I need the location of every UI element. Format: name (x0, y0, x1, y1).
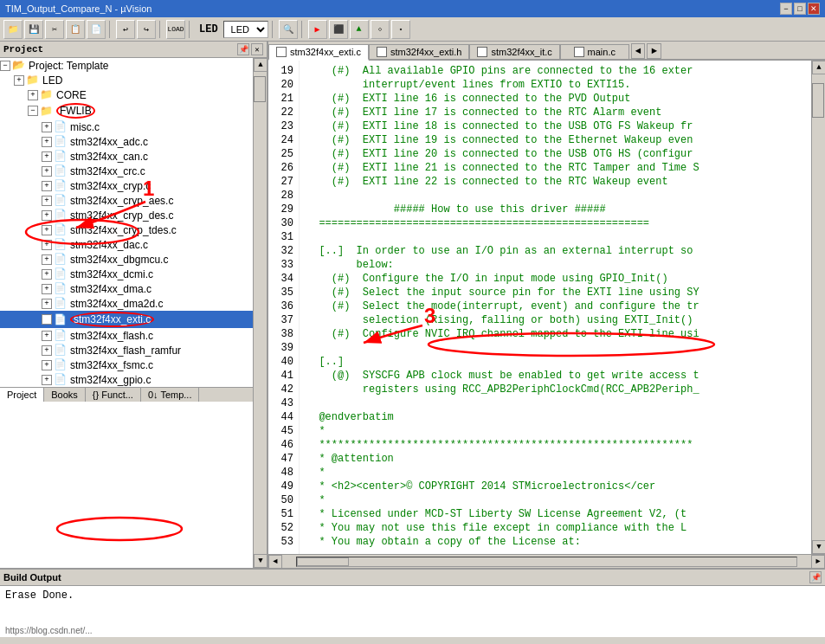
horiz-scroll-left[interactable]: ◄ (268, 555, 282, 569)
toolbar-btn-1[interactable]: 📁 (3, 20, 23, 39)
line-num-20: 20 (272, 78, 293, 92)
tree-label-misc: misc.c (70, 121, 100, 133)
editor-scroll-up[interactable]: ▲ (812, 61, 825, 74)
toolbar-btn-5[interactable]: 📄 (87, 20, 106, 39)
tree-item-core[interactable]: +📁CORE (0, 87, 253, 102)
tab-nav-left[interactable]: ◄ (631, 43, 646, 59)
close-button[interactable]: ✕ (808, 3, 820, 15)
tree-expand-can[interactable]: + (42, 151, 52, 162)
tree-item-cryp[interactable]: +📄stm32f4xx_cryp.c (0, 178, 253, 193)
sep1 (109, 21, 113, 38)
tree-expand-dma2d[interactable]: + (42, 299, 52, 309)
tree-label-cryp_aes: stm32f4xx_cryp_aes.c (70, 195, 173, 207)
tab-exti-h[interactable]: stm32f4xx_exti.h (369, 44, 470, 59)
tree-item-adc[interactable]: +📄stm32f4xx_adc.c (0, 134, 253, 149)
target-dropdown[interactable]: LED (223, 21, 268, 38)
tree-item-dcmi[interactable]: +📄stm32f4xx_dcmi.c (0, 267, 253, 281)
editor-horiz-scroll[interactable]: ◄ ► (268, 554, 825, 568)
file-icon-dma: 📄 (54, 282, 67, 295)
tab-books[interactable]: Books (44, 388, 86, 402)
scroll-up-arrow[interactable]: ▲ (254, 58, 267, 72)
tree-item-fsmc[interactable]: +📄stm32f4xx_fsmc.c (0, 357, 253, 372)
editor-scroll-down[interactable]: ▼ (812, 540, 825, 554)
tree-expand-root[interactable]: − (0, 61, 10, 71)
tree-expand-core[interactable]: + (28, 90, 38, 100)
minimize-button[interactable]: − (780, 3, 792, 15)
tree-item-fwlib[interactable]: −📁FWLIB (0, 102, 253, 119)
horiz-scroll-right[interactable]: ► (811, 555, 825, 569)
tree-item-cryp_des[interactable]: +📄stm32f4xx_cryp_des.c (0, 208, 253, 222)
toolbar-btn-13[interactable]: ⬦ (371, 20, 390, 39)
tree-item-root[interactable]: −📂Project: Template (0, 58, 253, 73)
tree-expand-dma[interactable]: + (42, 284, 52, 294)
tab-exti-c[interactable]: stm32f4xx_exti.c (268, 44, 369, 61)
tree-expand-misc[interactable]: + (42, 122, 52, 132)
project-panel-inner: −📂Project: Template+📁LED+📁CORE−📁FWLIB+📄m… (0, 58, 267, 568)
tab-label-2: stm32f4xx_exti.h (390, 47, 462, 57)
tab-functions[interactable]: {} Funct... (86, 388, 141, 402)
tree-expand-cryp_tdes[interactable]: + (42, 225, 52, 235)
toolbar-btn-6[interactable]: ↩ (116, 20, 135, 39)
toolbar-btn-8[interactable]: LOAD (166, 20, 185, 39)
tree-item-flash_ramfun[interactable]: +📄stm32f4xx_flash_ramfur (0, 343, 253, 357)
tree-expand-fwlib[interactable]: − (28, 106, 38, 116)
tree-item-cryp_tdes[interactable]: +📄stm32f4xx_cryp_tdes.c (0, 222, 253, 237)
editor-scrollbar[interactable]: ▲ ▼ (811, 61, 825, 554)
tree-expand-exti[interactable]: + (42, 314, 52, 325)
tree-item-can[interactable]: +📄stm32f4xx_can.c (0, 149, 253, 164)
toolbar-btn-11[interactable]: ⬛ (329, 20, 348, 39)
scroll-down-arrow[interactable]: ▼ (254, 554, 267, 568)
tree-item-flash[interactable]: +📄stm32f4xx_flash.c (0, 328, 253, 343)
code-content[interactable]: (#) All available GPIO pins are connecte… (300, 61, 811, 554)
tree-expand-flash_ramfun[interactable]: + (42, 345, 52, 356)
code-line-48: * (306, 466, 804, 480)
tree-item-gpio[interactable]: +📄stm32f4xx_gpio.c (0, 372, 253, 387)
tree-expand-adc[interactable]: + (42, 137, 52, 147)
toolbar-btn-12[interactable]: ▲ (350, 20, 369, 39)
tree-expand-dbgmcu[interactable]: + (42, 254, 52, 265)
tree-item-dma2d[interactable]: +📄stm32f4xx_dma2d.c (0, 296, 253, 311)
build-pin-button[interactable]: 📌 (809, 571, 822, 583)
tree-item-dma[interactable]: +📄stm32f4xx_dma.c (0, 281, 253, 296)
toolbar-btn-14[interactable]: ⬩ (391, 20, 410, 39)
tree-expand-cryp[interactable]: + (42, 181, 52, 191)
file-icon-flash_ramfun: 📄 (54, 344, 67, 357)
tree-expand-gpio[interactable]: + (42, 375, 52, 385)
code-line-26: (#) EXTI line 21 is connected to the RTC… (306, 161, 804, 175)
tab-project[interactable]: Project (0, 388, 44, 402)
tree-expand-flash[interactable]: + (42, 331, 52, 341)
tree-item-exti[interactable]: +📄stm32f4xx_exti.c (0, 311, 253, 328)
maximize-button[interactable]: □ (794, 3, 806, 15)
code-line-50: * (306, 493, 804, 507)
tree-item-dac[interactable]: +📄stm32f4xx_dac.c (0, 237, 253, 252)
tab-it-c[interactable]: stm32f4xx_it.c (469, 44, 559, 59)
toolbar-row1: 📁 💾 ✂️ 📋 📄 ↩ ↪ LOAD LED LED 🔍 ▶ ⬛ ▲ ⬦ ⬩ (0, 17, 825, 42)
tab-templates[interactable]: 0↓ Temp... (141, 388, 200, 402)
tab-nav-right[interactable]: ► (647, 43, 661, 59)
tab-file-icon-2 (377, 47, 387, 57)
panel-close-button[interactable]: ✕ (251, 43, 263, 55)
toolbar-btn-7[interactable]: ↪ (137, 20, 156, 39)
tree-expand-cryp_des[interactable]: + (42, 210, 52, 221)
tab-main-c[interactable]: main.c (560, 44, 629, 59)
panel-pin-button[interactable]: 📌 (237, 43, 249, 55)
toolbar-btn-10[interactable]: ▶ (308, 20, 327, 39)
tree-item-misc[interactable]: +📄misc.c (0, 119, 253, 134)
tree-expand-fsmc[interactable]: + (42, 360, 52, 370)
toolbar-btn-2[interactable]: 💾 (24, 20, 43, 39)
tree-expand-led[interactable]: + (14, 75, 24, 86)
code-line-40: [..] (306, 355, 804, 369)
tree-expand-crc[interactable]: + (42, 166, 52, 177)
tree-item-crc[interactable]: +📄stm32f4xx_crc.c (0, 164, 253, 178)
project-scrollbar[interactable]: ▲ ▼ (253, 58, 267, 568)
toolbar-btn-3[interactable]: ✂️ (45, 20, 64, 39)
tree-expand-dcmi[interactable]: + (42, 269, 52, 280)
tree-item-cryp_aes[interactable]: +📄stm32f4xx_cryp_aes.c (0, 193, 253, 208)
toolbar-btn-9[interactable]: 🔍 (279, 20, 298, 39)
toolbar-btn-4[interactable]: 📋 (66, 20, 85, 39)
tree-expand-cryp_aes[interactable]: + (42, 196, 52, 206)
tree-item-dbgmcu[interactable]: +📄stm32f4xx_dbgmcu.c (0, 252, 253, 267)
tree-expand-dac[interactable]: + (42, 240, 52, 250)
tree-item-led[interactable]: +📁LED (0, 73, 253, 87)
editor-scroll-track (812, 74, 825, 540)
